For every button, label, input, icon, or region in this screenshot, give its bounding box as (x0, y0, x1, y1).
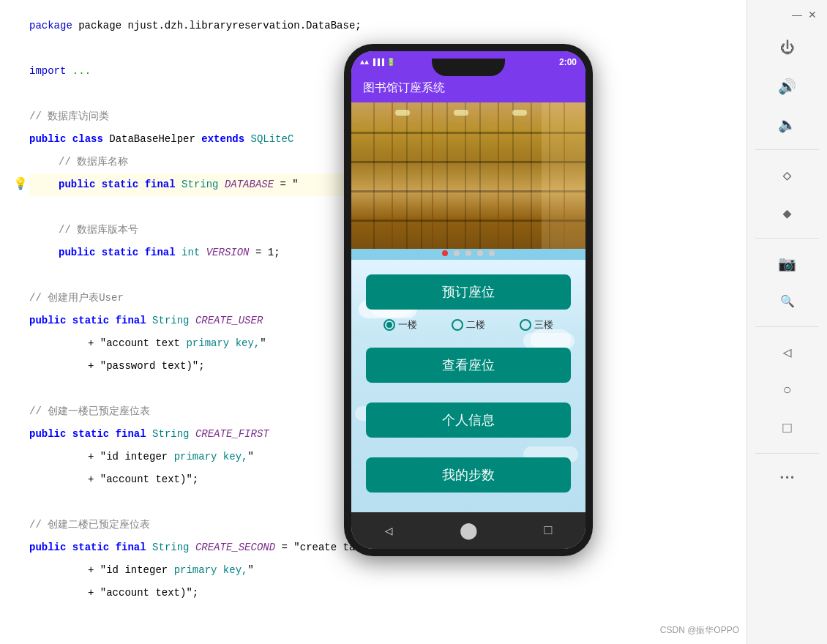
recents-icon[interactable]: □ (771, 412, 804, 444)
signal-icon: ▐▐▐ (371, 59, 384, 67)
back-icon[interactable]: ◁ (771, 336, 804, 368)
main-content: 预订座位 一楼 二楼 三楼 (351, 260, 585, 512)
carousel-dot-0[interactable] (442, 250, 448, 256)
more-icon[interactable]: ••• (771, 463, 804, 495)
steps-label: 我的步数 (442, 466, 495, 484)
radio-floor-2[interactable]: 二楼 (452, 318, 485, 332)
carousel-dot-2[interactable] (465, 250, 471, 256)
view-seats-button[interactable]: 查看座位 (366, 348, 571, 383)
code-comment-text-2: // 数据库名称 (59, 151, 128, 173)
close-button[interactable]: ✕ (805, 7, 820, 22)
view-seats-label: 查看座位 (442, 356, 495, 374)
code-line-1: package package njust.dzh.libraryreserva… (29, 15, 593, 37)
minimize-button[interactable]: — (789, 7, 805, 22)
library-image (351, 102, 585, 249)
nav-bar: ◁ ⬤ □ (351, 512, 585, 549)
code-keyword-package: package (29, 15, 72, 37)
radio-floor-1[interactable]: 一楼 (383, 318, 417, 332)
status-time: 2:00 (559, 57, 577, 67)
app-bar: 图书馆订座系统 (351, 73, 585, 102)
panel-icons: ⏻ 🔊 🔈 ◇ ◆ 📷 🔍 ◁ ○ □ ••• (747, 29, 827, 498)
code-comment-text-3: // 数据库版本号 (59, 219, 138, 242)
right-panel: — ✕ ⏻ 🔊 🔈 ◇ ◆ 📷 🔍 ◁ ○ □ ••• (746, 0, 827, 644)
code-comment-text-1: // 数据库访问类 (29, 105, 109, 128)
nav-recents-button[interactable]: □ (545, 523, 553, 538)
carousel-dot-3[interactable] (477, 250, 483, 256)
nav-home-button[interactable]: ⬤ (460, 521, 478, 541)
reserve-button[interactable]: 预订座位 (366, 274, 571, 310)
panel-divider-2 (755, 238, 819, 239)
profile-button[interactable]: 个人信息 (366, 402, 571, 438)
carousel-dots (351, 250, 585, 256)
reserve-button-label: 预订座位 (442, 283, 495, 301)
radio-floor-3[interactable]: 三楼 (520, 318, 553, 332)
diamond-fill-icon[interactable]: ◆ (771, 197, 804, 229)
code-account-second: + "account text)"; (29, 582, 593, 604)
radio-floor-2-label: 二楼 (466, 318, 485, 332)
radio-floor-3-circle[interactable] (520, 319, 531, 331)
app-title: 图书馆订座系统 (363, 80, 445, 96)
power-icon[interactable]: ⏻ (771, 32, 804, 64)
nav-back-button[interactable]: ◁ (385, 523, 393, 539)
cloud-4 (531, 329, 571, 350)
phone-notch (432, 59, 505, 76)
code-comment-text-5: // 创建一楼已预定座位表 (29, 400, 150, 423)
diamond-outline-icon[interactable]: ◇ (771, 159, 804, 191)
panel-divider-4 (755, 453, 819, 454)
battery-icon: 🔋 (386, 58, 395, 67)
code-comment-text-6: // 创建二楼已预定座位表 (29, 514, 150, 536)
wifi-icon: ▲▲ (360, 59, 369, 67)
volume-up-icon[interactable]: 🔊 (771, 70, 804, 102)
carousel-dot-4[interactable] (489, 250, 495, 256)
phone-mockup: ▲▲ ▐▐▐ 🔋 2:00 图书馆订座系统 (344, 44, 593, 571)
radio-floor-3-label: 三楼 (534, 318, 553, 332)
steps-button[interactable]: 我的步数 (366, 457, 571, 493)
camera-icon[interactable]: 📷 (771, 247, 804, 280)
radio-floor-1-circle[interactable] (383, 319, 395, 331)
home-icon[interactable]: ○ (771, 374, 804, 406)
volume-down-icon[interactable]: 🔈 (771, 108, 804, 141)
status-icons: ▲▲ ▐▐▐ 🔋 (360, 58, 395, 67)
zoom-icon[interactable]: 🔍 (771, 285, 804, 318)
phone-body: ▲▲ ▐▐▐ 🔋 2:00 图书馆订座系统 (344, 44, 593, 556)
panel-divider-3 (755, 326, 819, 327)
code-package-path: package njust.dzh.libraryreservation.Dat… (78, 15, 361, 37)
code-import-kw: import (29, 60, 66, 83)
phone-screen: ▲▲ ▐▐▐ 🔋 2:00 图书馆订座系统 (351, 51, 585, 549)
profile-label: 个人信息 (442, 411, 495, 429)
radio-row: 一楼 二楼 三楼 (366, 318, 571, 332)
bulb-icon: 💡 (13, 173, 28, 196)
panel-title-bar: — ✕ (747, 7, 827, 29)
watermark: CSDN @振华OPPO (660, 624, 739, 637)
panel-divider-1 (755, 149, 819, 150)
carousel-dot-1[interactable] (454, 250, 460, 256)
code-comment-text-4: // 创建用户表User (29, 287, 124, 310)
radio-floor-1-label: 一楼 (398, 318, 417, 332)
radio-floor-2-circle[interactable] (452, 319, 463, 331)
